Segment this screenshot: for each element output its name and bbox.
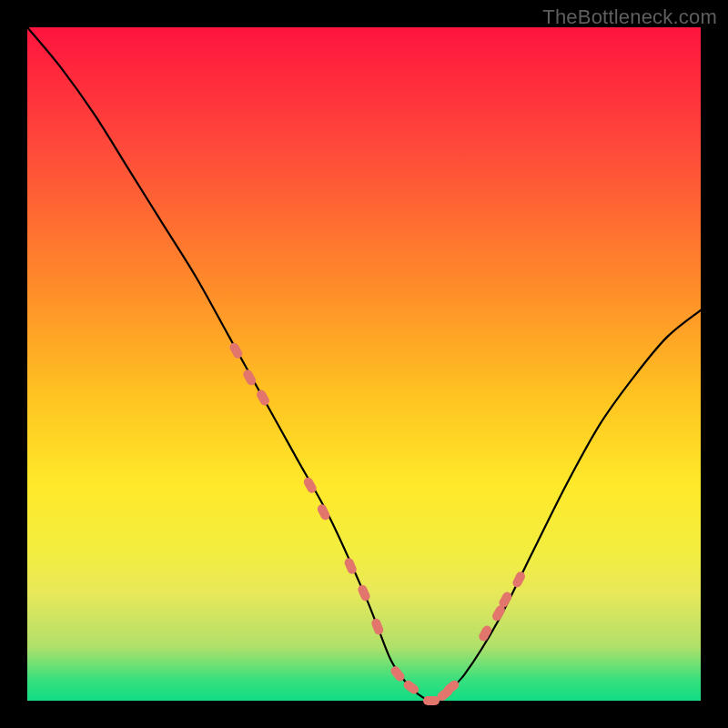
marker [423, 696, 440, 705]
curve-layer [27, 27, 701, 701]
svg-rect-10 [423, 696, 440, 705]
svg-rect-16 [511, 571, 527, 590]
svg-rect-0 [228, 341, 244, 360]
marker [370, 617, 385, 635]
chart-frame: TheBottleneck.com [0, 0, 728, 728]
watermark-text: TheBottleneck.com [542, 5, 717, 29]
marker [255, 389, 270, 408]
highlight-markers [228, 341, 527, 705]
svg-rect-2 [255, 389, 270, 408]
svg-rect-6 [357, 583, 371, 602]
svg-rect-4 [316, 503, 331, 522]
marker [228, 341, 244, 360]
marker [357, 583, 371, 602]
marker [316, 503, 331, 522]
marker [511, 571, 527, 590]
plot-area [27, 27, 701, 701]
svg-rect-7 [370, 617, 385, 635]
